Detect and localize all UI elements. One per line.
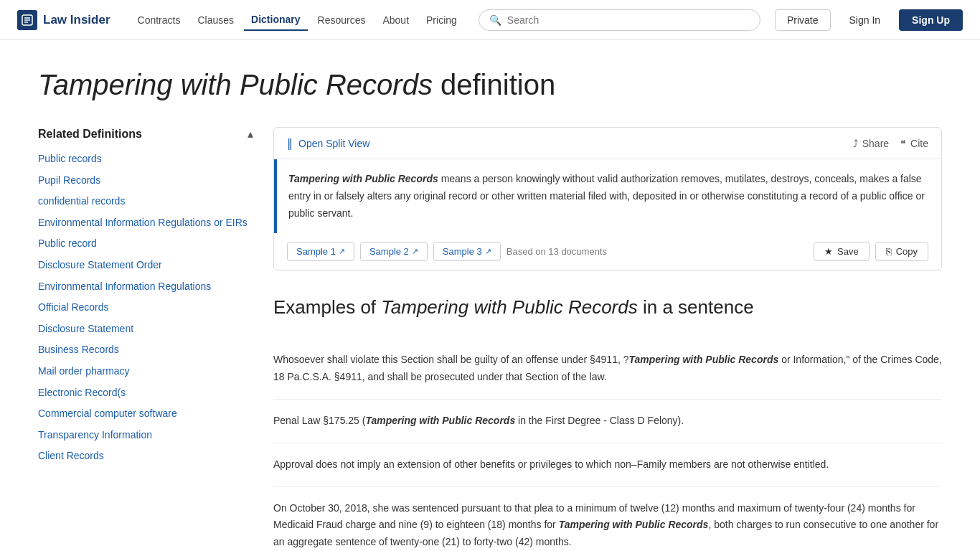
share-icon: ⤴ <box>853 138 858 149</box>
layout: Related Definitions ▴ Public records Pup… <box>38 127 942 551</box>
example-text-after: in the First Degree - Class D Felony). <box>515 415 684 426</box>
sidebar-link-transparency[interactable]: Transparency Information <box>38 429 152 441</box>
sample-3-button[interactable]: Sample 3 ↗ <box>433 242 501 261</box>
save-label: Save <box>837 246 859 257</box>
example-bold-term: Tampering with Public Records <box>559 519 709 530</box>
example-item: Approval does not imply an extension of … <box>273 443 942 487</box>
nav-actions: Private Sign In Sign Up <box>775 9 963 31</box>
sidebar-list: Public records Pupil Records confidentia… <box>38 152 253 463</box>
definition-card-footer: Sample 1 ↗ Sample 2 ↗ Sample 3 ↗ Based o… <box>274 233 941 270</box>
example-text-only: Approval does not imply an extension of … <box>273 458 829 470</box>
examples-title: Examples of Tampering with Public Record… <box>273 296 942 319</box>
list-item: Public records <box>38 152 253 166</box>
examples-title-suffix: in a sentence <box>638 296 754 318</box>
copy-button[interactable]: ⎘ Copy <box>875 242 928 261</box>
signup-button[interactable]: Sign Up <box>899 9 963 31</box>
example-bold-term: Tampering with Public Records <box>629 354 779 365</box>
list-item: Disclosure Statement <box>38 322 253 336</box>
sidebar-link-disclosure-order[interactable]: Disclosure Statement Order <box>38 259 162 270</box>
sample-2-label: Sample 2 <box>369 246 409 257</box>
sample-3-label: Sample 3 <box>443 246 482 257</box>
example-bold-term: Tampering with Public Records <box>365 415 515 426</box>
cite-button[interactable]: ❝ Cite <box>900 138 928 149</box>
list-item: Environmental Information Regulations or… <box>38 216 253 230</box>
main-content: ‖ Open Split View ⤴ Share ❝ Cite <box>273 127 942 551</box>
footer-actions: ★ Save ⎘ Copy <box>814 242 928 261</box>
share-button[interactable]: ⤴ Share <box>853 138 889 149</box>
sidebar-link-official[interactable]: Official Records <box>38 301 109 313</box>
copy-icon: ⎘ <box>886 246 892 257</box>
sidebar-title: Related Definitions <box>38 128 142 141</box>
sample-1-label: Sample 1 <box>296 246 336 257</box>
definition-card: ‖ Open Split View ⤴ Share ❝ Cite <box>273 127 942 270</box>
nav-pricing[interactable]: Pricing <box>419 10 464 30</box>
example-text-before: Whosoever shall violate this Section sha… <box>273 354 629 365</box>
sidebar-link-eir[interactable]: Environmental Information Regulations or… <box>38 217 248 228</box>
sidebar-link-public-records[interactable]: Public records <box>38 153 102 164</box>
nav-resources[interactable]: Resources <box>311 10 373 30</box>
list-item: Disclosure Statement Order <box>38 258 253 273</box>
sidebar-link-public-record[interactable]: Public record <box>38 237 97 249</box>
example-item: Penal Law §175.25 (Tampering with Public… <box>273 400 942 443</box>
sample-buttons: Sample 1 ↗ Sample 2 ↗ Sample 3 ↗ Based o… <box>287 242 607 261</box>
page-title-rest: definition <box>433 69 555 100</box>
sidebar: Related Definitions ▴ Public records Pup… <box>38 127 253 551</box>
sidebar-link-disclosure[interactable]: Disclosure Statement <box>38 323 133 334</box>
nav-about[interactable]: About <box>375 10 416 30</box>
split-view-button[interactable]: ‖ Open Split View <box>287 136 369 150</box>
sidebar-link-electronic[interactable]: Electronic Record(s <box>38 387 126 398</box>
list-item: Business Records <box>38 343 253 357</box>
navbar: Law Insider Contracts Clauses Dictionary… <box>0 0 980 40</box>
split-view-icon: ‖ <box>287 136 293 150</box>
search-icon: 🔍 <box>489 14 501 26</box>
list-item: Transparency Information <box>38 428 253 443</box>
sample-2-button[interactable]: Sample 2 ↗ <box>360 242 428 261</box>
example-item: On October 30, 2018, she was sentenced p… <box>273 487 942 551</box>
examples-title-term: Tampering with Public Records <box>381 296 637 318</box>
example-item: Whosoever shall violate this Section sha… <box>273 339 942 400</box>
sidebar-toggle[interactable]: ▴ <box>248 127 253 141</box>
card-actions: ⤴ Share ❝ Cite <box>853 138 928 149</box>
share-label: Share <box>862 138 889 149</box>
private-button[interactable]: Private <box>775 9 831 31</box>
examples-title-prefix: Examples of <box>273 296 381 318</box>
definition-term: Tampering with Public Records <box>288 173 438 184</box>
cite-icon: ❝ <box>900 138 906 149</box>
page-title-italic: Tampering with Public Records <box>38 69 433 100</box>
logo-text: Law Insider <box>43 13 110 27</box>
list-item: Electronic Record(s <box>38 386 253 400</box>
sidebar-link-business[interactable]: Business Records <box>38 344 119 355</box>
sidebar-link-env-info[interactable]: Environmental Information Regulations <box>38 281 211 292</box>
examples-section: Examples of Tampering with Public Record… <box>273 296 942 551</box>
sidebar-link-commercial[interactable]: Commercial computer software <box>38 408 177 419</box>
signin-button[interactable]: Sign In <box>838 10 892 30</box>
external-link-icon: ↗ <box>412 247 418 256</box>
logo[interactable]: Law Insider <box>17 10 110 30</box>
definition-text: Tampering with Public Records means a pe… <box>274 159 941 233</box>
sample-1-button[interactable]: Sample 1 ↗ <box>287 242 354 261</box>
list-item: Commercial computer software <box>38 407 253 421</box>
nav-clauses[interactable]: Clauses <box>190 10 241 30</box>
sidebar-link-pupil-records[interactable]: Pupil Records <box>38 174 100 186</box>
sidebar-link-client[interactable]: Client Records <box>38 450 104 461</box>
list-item: Environmental Information Regulations <box>38 280 253 294</box>
search-input[interactable] <box>507 14 750 26</box>
list-item: Mail order pharmacy <box>38 364 253 379</box>
list-item: confidential records <box>38 194 253 209</box>
list-item: Official Records <box>38 301 253 315</box>
external-link-icon: ↗ <box>485 247 491 256</box>
nav-links: Contracts Clauses Dictionary Resources A… <box>131 9 464 31</box>
external-link-icon: ↗ <box>339 247 345 256</box>
nav-dictionary[interactable]: Dictionary <box>244 9 307 31</box>
example-text-before: Penal Law §175.25 ( <box>273 415 365 426</box>
star-icon: ★ <box>824 246 833 257</box>
page-title: Tampering with Public Records definition <box>38 69 942 101</box>
sidebar-header: Related Definitions ▴ <box>38 127 253 141</box>
sidebar-link-confidential[interactable]: confidential records <box>38 195 125 207</box>
sidebar-link-mail-order[interactable]: Mail order pharmacy <box>38 365 130 377</box>
save-button[interactable]: ★ Save <box>814 242 870 261</box>
logo-icon <box>17 10 37 30</box>
nav-contracts[interactable]: Contracts <box>131 10 188 30</box>
list-item: Pupil Records <box>38 174 253 188</box>
definition-card-header: ‖ Open Split View ⤴ Share ❝ Cite <box>274 128 941 159</box>
